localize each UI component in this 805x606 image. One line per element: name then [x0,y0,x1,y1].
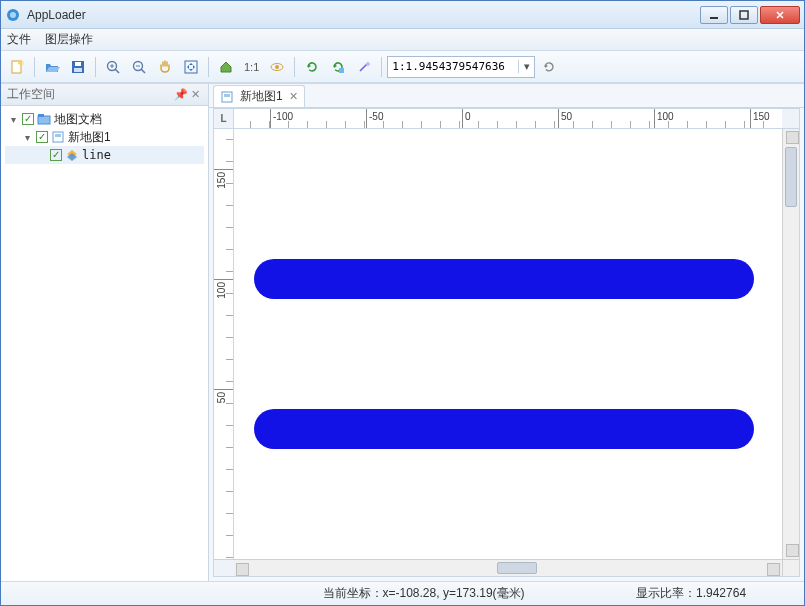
scale-refresh-icon[interactable] [537,55,561,79]
svg-point-6 [18,60,24,66]
refresh-layer-icon[interactable] [326,55,350,79]
folder-icon [37,112,51,126]
line-feature [254,409,754,449]
tree-layer-label: line [82,148,111,162]
menu-file[interactable]: 文件 [7,31,31,48]
toolbar-sep [208,57,209,77]
body-area: 工作空间 📌 ✕ ▾ ✓ 地图文档 ▾ ✓ 新地图1 [1,83,804,581]
scrollbar-corner [782,559,799,576]
tab-close-icon[interactable]: ✕ [289,90,298,103]
tree-expand-icon[interactable]: ▾ [22,132,33,143]
tree-expand-icon[interactable]: ▾ [8,114,19,125]
map-doc-icon [51,130,65,144]
scrollbar-thumb[interactable] [497,562,537,574]
tab-active[interactable]: 新地图1 ✕ [213,85,305,107]
window-title: AppLoader [27,8,700,22]
sidebar-title: 工作空间 [7,86,55,103]
home-icon[interactable] [214,55,238,79]
layer-icon [65,148,79,162]
svg-rect-25 [38,116,50,124]
document-tabstrip: 新地图1 ✕ [209,84,804,108]
scale-combo[interactable]: ▾ [387,56,535,78]
refresh-icon[interactable] [300,55,324,79]
svg-rect-32 [224,94,230,97]
ruler-horizontal[interactable]: -100 -50 0 50 100 150 [234,109,782,129]
minimize-button[interactable] [700,6,728,24]
window-buttons [700,6,800,24]
map-doc-icon [220,90,234,104]
sidebar-close-icon[interactable]: ✕ [188,88,202,101]
svg-point-1 [10,12,16,18]
svg-rect-17 [185,61,197,73]
titlebar[interactable]: AppLoader [1,1,804,29]
toolbar-sep [34,57,35,77]
tab-label: 新地图1 [240,88,283,105]
vertical-scrollbar[interactable] [782,129,799,559]
one-to-one-button[interactable]: 1:1 [240,55,263,79]
toolbar: 1:1 ▾ [1,51,804,83]
sidebar: 工作空间 📌 ✕ ▾ ✓ 地图文档 ▾ ✓ 新地图1 [1,84,209,581]
ruler-corner: L [214,109,234,129]
sidebar-title-row: 工作空间 📌 ✕ [1,84,208,106]
eye-icon[interactable] [265,55,289,79]
horizontal-scrollbar[interactable] [234,559,782,576]
statusbar: 当前坐标：x=-108.28, y=173.19(毫米) 显示比率：1.9427… [1,581,804,605]
new-doc-icon[interactable] [5,55,29,79]
tree-map-label: 新地图1 [68,129,111,146]
checkbox-icon[interactable]: ✓ [22,113,34,125]
ruler-vertical[interactable]: 150 100 50 [214,129,234,559]
toolbar-sep [95,57,96,77]
save-icon[interactable] [66,55,90,79]
chevron-down-icon[interactable]: ▾ [518,60,534,73]
maximize-button[interactable] [730,6,758,24]
menubar: 文件 图层操作 [1,29,804,51]
zoom-in-icon[interactable] [101,55,125,79]
menu-layer[interactable]: 图层操作 [45,31,93,48]
tree-map-row[interactable]: ▾ ✓ 新地图1 [5,128,204,146]
pin-icon[interactable]: 📌 [174,88,188,101]
close-button[interactable] [760,6,800,24]
toolbar-sep [294,57,295,77]
svg-rect-26 [38,114,44,117]
tree-layer-row[interactable]: ▾ ✓ line [5,146,204,164]
svg-line-15 [141,69,145,73]
tree-root-row[interactable]: ▾ ✓ 地图文档 [5,110,204,128]
svg-line-11 [115,69,119,73]
scale-input[interactable] [388,60,518,73]
zoom-out-icon[interactable] [127,55,151,79]
status-scale: 显示比率：1.942764 [636,585,796,602]
map-canvas[interactable] [234,129,782,559]
window-frame: AppLoader 文件 图层操作 1:1 ▾ [0,0,805,606]
app-icon [5,7,21,23]
svg-rect-22 [339,68,344,73]
checkbox-icon[interactable]: ✓ [36,131,48,143]
tree-root-label: 地图文档 [54,111,102,128]
main-area: 新地图1 ✕ L -100 -50 0 50 100 [209,84,804,581]
scrollbar-thumb[interactable] [785,147,797,207]
open-file-icon[interactable] [40,55,64,79]
canvas-wrap: L -100 -50 0 50 100 150 [213,108,800,577]
fit-extent-icon[interactable] [179,55,203,79]
svg-rect-8 [75,62,81,66]
svg-rect-3 [740,11,748,19]
svg-rect-28 [55,134,61,137]
checkbox-icon[interactable]: ✓ [50,149,62,161]
svg-rect-2 [710,17,718,19]
svg-point-19 [275,65,279,69]
line-feature [254,259,754,299]
workspace-tree[interactable]: ▾ ✓ 地图文档 ▾ ✓ 新地图1 ▾ ✓ line [1,106,208,581]
toolbar-sep [381,57,382,77]
wand-icon[interactable] [352,55,376,79]
svg-rect-9 [74,68,82,72]
status-coord: 当前坐标：x=-108.28, y=173.19(毫米) [323,585,637,602]
pan-icon[interactable] [153,55,177,79]
